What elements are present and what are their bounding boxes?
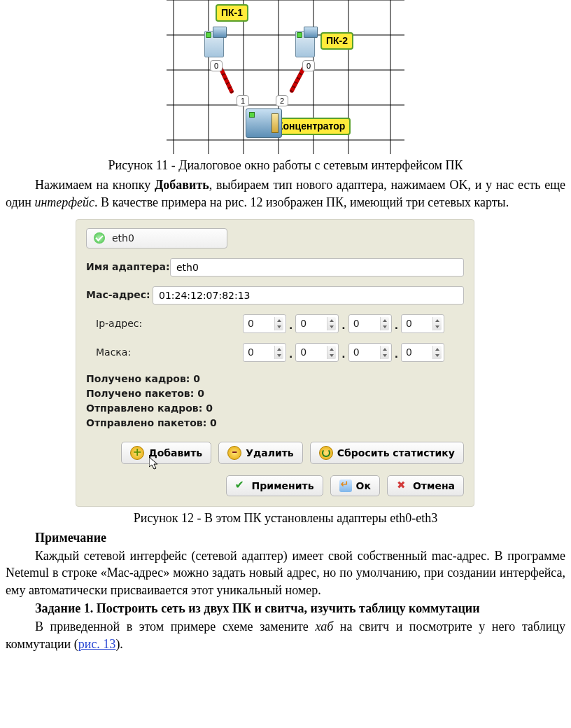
mask-octet-4[interactable]: 0	[401, 343, 444, 362]
button-label: Ок	[356, 480, 371, 491]
ip-label: Ip-адрес:	[96, 317, 166, 330]
ok-icon	[339, 479, 352, 492]
cancel-icon	[396, 479, 409, 492]
task-body: В приведенной в этом примере схеме замен…	[6, 618, 565, 652]
figure-11-caption: Рисунок 11 - Диалоговое окно работы с се…	[6, 157, 565, 174]
reset-icon	[319, 446, 333, 460]
stat-frames-out: Отправлено кадров: 0	[86, 401, 464, 416]
minus-icon	[227, 446, 241, 460]
check-icon	[235, 479, 248, 492]
ip-octet-3[interactable]: 0	[348, 314, 392, 333]
hub-label: Концентратор	[272, 118, 351, 135]
port-hub-2: 2	[276, 95, 288, 106]
pc2-label: ПК-2	[320, 32, 353, 50]
mask-octet-2[interactable]: 0	[295, 343, 339, 362]
stat-packets-out: Отправлено пакетов: 0	[86, 416, 464, 430]
stats-block: Получено кадров: 0 Получено пакетов: 0 О…	[86, 372, 464, 430]
ip-octet-1[interactable]: 0	[243, 314, 286, 333]
hub-icon	[246, 108, 282, 138]
stat-frames-in: Получено кадров: 0	[86, 372, 464, 386]
figure-12-caption: Рисунок 12 - В этом ПК установлены адапт…	[6, 510, 565, 526]
port-pc2: 0	[302, 60, 315, 71]
button-label: Сбросить статистику	[337, 447, 455, 458]
apply-button[interactable]: Применить	[226, 475, 323, 496]
ip-octet-2[interactable]: 0	[295, 314, 339, 333]
task-heading: Задание 1. Построить сеть из двух ПК и с…	[6, 600, 565, 617]
button-label: Применить	[252, 480, 314, 491]
stat-packets-in: Получено пакетов: 0	[86, 386, 464, 401]
paragraph-1: Нажимаем на кнопку Добавить, выбираем ти…	[6, 176, 565, 211]
text-bold: Добавить	[155, 178, 209, 192]
text: . В качестве примера на рис. 12 изображе…	[94, 195, 509, 209]
add-button[interactable]: Добавить	[121, 442, 211, 464]
text-italic: интерфейс	[34, 195, 94, 209]
note-body: Каждый сетевой интерфейс (сетевой адапте…	[6, 547, 565, 598]
tab-label: eth0	[112, 232, 134, 245]
text: ).	[115, 637, 123, 651]
mac-label: Mac-адрес:	[86, 288, 153, 302]
pc2-icon	[292, 27, 318, 60]
text-italic: хаб	[315, 620, 333, 634]
interface-dialog: eth0 Имя адаптера: Mac-адрес: Ip-адрес: …	[76, 219, 474, 507]
note-heading: Примечание	[6, 529, 565, 546]
adapter-name-input[interactable]	[170, 258, 464, 276]
reset-stats-button[interactable]: Сбросить статистику	[310, 442, 464, 464]
pc1-icon	[202, 27, 227, 60]
mask-label: Маска:	[96, 346, 166, 359]
plus-icon	[130, 446, 144, 460]
delete-button[interactable]: Удалить	[218, 442, 303, 464]
adapter-name-label: Имя адаптера:	[86, 260, 170, 274]
text: В приведенной в этом примере схеме замен…	[35, 620, 315, 634]
ip-octet-4[interactable]: 0	[401, 314, 444, 333]
mac-input[interactable]	[153, 286, 464, 304]
figure-11-network-diagram: ПК-1 ПК-2 Концентратор 0 0 1 2	[167, 0, 404, 154]
port-hub-1: 1	[237, 95, 249, 106]
cancel-button[interactable]: Отмена	[387, 475, 464, 496]
mask-octet-1[interactable]: 0	[243, 343, 286, 362]
check-icon	[94, 232, 105, 244]
port-pc1: 0	[210, 60, 223, 71]
mask-octet-3[interactable]: 0	[348, 343, 392, 362]
button-label: Добавить	[148, 447, 202, 458]
button-label: Отмена	[413, 480, 455, 491]
ok-button[interactable]: Ок	[330, 475, 380, 496]
interface-tab-eth0[interactable]: eth0	[86, 228, 227, 248]
button-label: Удалить	[246, 447, 294, 458]
text: Нажимаем на кнопку	[35, 178, 155, 192]
pc1-label: ПК-1	[216, 4, 248, 22]
figure-13-link[interactable]: рис. 13	[78, 637, 116, 651]
